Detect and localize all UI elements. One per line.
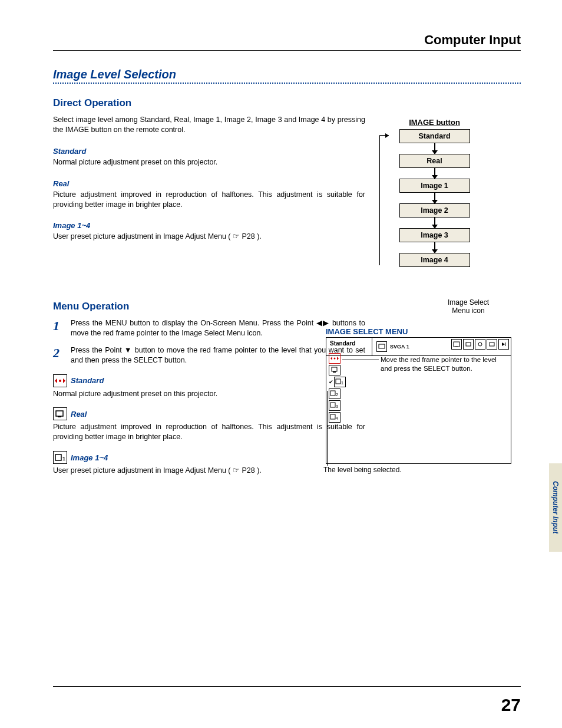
step-number-1: 1 [53,318,71,338]
side-icon-image1: 1 [334,377,346,387]
image-select-menu-icon-label: Image Select Menu icon [448,298,489,315]
svg-rect-29 [330,414,335,419]
ism-resolution-label: SVGA 1 [390,344,409,350]
menu-icon-4 [487,339,497,350]
flow-box-standard: Standard [399,129,470,143]
section-title: Image Level Selection [53,68,176,81]
standard-body: Normal picture adjustment preset on this… [53,157,365,167]
side-icon-image2: 2 [329,388,340,399]
side-tab: Computer Input [549,463,562,552]
step-1: 1 Press the MENU button to display the O… [53,318,365,338]
svg-text:3: 3 [336,404,338,409]
svg-rect-10 [379,344,385,348]
menu-icon-5 [498,339,509,350]
flow-box-image4: Image 4 [399,253,470,267]
real-body-2: Picture adjustment improved in reproduct… [53,422,365,442]
svg-rect-13 [466,342,471,346]
page-number: 27 [501,695,521,715]
svg-rect-27 [330,403,335,407]
svg-marker-16 [502,342,505,346]
header-title: Computer Input [424,32,521,48]
svg-rect-21 [332,367,337,371]
side-icon-standard [329,353,340,364]
image-select-menu-panel: Standard SVGA 1 ✔1 2 3 4 Move the red fr… [326,337,511,464]
standard-icon-label: Standard [71,376,104,385]
svg-rect-25 [330,391,335,396]
svg-rect-4 [58,416,61,417]
svg-rect-11 [454,342,459,347]
image14-icon-label: Image 1~4 [71,453,108,462]
standard-icon-subhead: Standard [53,374,365,387]
image-select-menu-title: IMAGE SELECT MENU [326,327,408,336]
svg-rect-12 [455,347,458,347]
real-subhead: Real [53,179,365,188]
ism-leader-line [327,391,328,466]
svg-text:2: 2 [336,393,338,397]
image-button-flow: IMAGE button Standard Real Image 1 Image… [389,118,480,267]
image14-icon-subhead: 1 Image 1~4 [53,451,365,464]
direct-operation-heading: Direct Operation [53,97,365,109]
svg-point-19 [334,358,336,360]
step-1-text: Press the MENU button to display the On-… [71,318,365,338]
ism-note: Move the red frame pointer to the level … [381,355,504,373]
ism-bottom-note: The level being selected. [323,466,402,474]
svg-text:1: 1 [341,381,343,385]
header-rule [53,50,521,51]
direct-operation-section: Direct Operation Select image level amon… [53,97,365,242]
side-tab-label: Computer Input [551,481,560,533]
image14-subhead: Image 1~4 [53,221,365,230]
real-icon-label: Real [71,410,87,419]
flow-title: IMAGE button [389,118,480,127]
real-icon-subhead: Real [53,407,365,420]
ism-note-leader [342,360,379,360]
svg-rect-15 [490,342,494,346]
svg-text:4: 4 [336,416,338,420]
step-2: 2 Press the Point ▼ button to move the r… [53,345,365,365]
side-icon-image3: 3 [329,400,340,411]
flow-box-image3: Image 3 [399,228,470,242]
ism-top-bar: Standard SVGA 1 [326,338,511,356]
direct-operation-intro: Select image level among Standard, Real,… [53,115,365,135]
standard-subhead: Standard [53,147,365,156]
footer-rule [53,686,521,687]
svg-marker-0 [55,378,57,383]
svg-marker-18 [330,357,332,360]
svg-rect-3 [56,411,63,416]
flow-box-image2: Image 2 [399,203,470,218]
flow-arrow [434,193,435,203]
svg-rect-5 [55,454,61,460]
menu-icon-1 [451,339,462,350]
menu-operation-section: Menu Operation 1 Press the MENU button t… [53,301,365,476]
svg-point-1 [59,380,61,382]
step-2-text: Press the Point ▼ button to move the red… [71,345,365,365]
flow-box-image1: Image 1 [399,179,470,193]
image14-body-2: User preset picture adjustment in Image … [53,466,365,476]
side-icon-image4: 4 [329,412,340,423]
menu-icon-3 [475,339,485,350]
flow-box-real: Real [399,154,470,168]
svg-marker-20 [337,357,339,360]
dotted-rule [53,83,521,84]
flow-arrow [434,242,435,253]
ism-right-icons [451,338,511,355]
image14-body: User preset picture adjustment in Image … [53,232,365,242]
svg-rect-22 [333,371,336,373]
svg-marker-2 [63,378,65,383]
ism-mid: SVGA 1 [372,338,413,355]
flow-arrow [434,218,435,228]
standard-icon [53,374,67,387]
ism-side-icons: ✔1 2 3 4 [329,353,346,424]
svg-point-14 [478,342,482,346]
real-icon [53,407,67,420]
menu-operation-heading: Menu Operation [53,301,365,312]
standard-body-2: Normal picture adjustment preset on this… [53,389,365,399]
menu-icon-2 [463,339,474,350]
svg-rect-23 [336,379,340,384]
flow-arrow [434,143,435,154]
pc-icon [376,341,387,352]
step-number-2: 2 [53,345,71,365]
flow-arrow [434,168,435,179]
side-icon-real [329,365,340,375]
real-body: Picture adjustment improved in reproduct… [53,190,365,210]
svg-text:1: 1 [62,456,65,462]
